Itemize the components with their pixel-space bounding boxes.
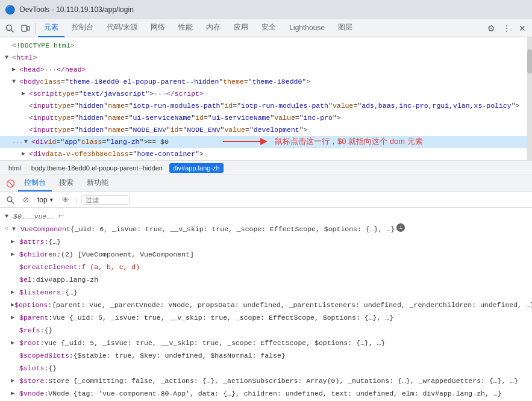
html-line-home-container[interactable]: ▶ <div data-v-0fe3bb86 class="home-conta… bbox=[0, 148, 532, 160]
console-line-createelement[interactable]: $createElement : f (a, b, c, d) bbox=[0, 261, 532, 273]
console-line-scopedslots[interactable]: $scopedSlots : {$stable: true, $key: und… bbox=[0, 349, 532, 362]
tab-console[interactable]: 控制台 bbox=[66, 19, 99, 37]
annotation-arrow-container: 鼠标点击这一行，$0 就指向这个 dom 元素 bbox=[223, 135, 423, 148]
html-line-app-div[interactable]: ... ▼ <div id="app" class="lang-zh"> == … bbox=[0, 136, 532, 148]
dollar-zero-var: $0.__vue__ bbox=[13, 211, 55, 222]
toggle-html[interactable]: ▼ bbox=[5, 52, 12, 63]
html-line-input1[interactable]: <input type="hidden" name="iotp-run-modu… bbox=[0, 100, 532, 112]
expand-children[interactable] bbox=[11, 249, 19, 260]
console-line-slots[interactable]: $slots : {} bbox=[0, 362, 532, 375]
tab-elements[interactable]: 元素 bbox=[38, 19, 64, 37]
toggle-app-div[interactable]: ▼ bbox=[24, 137, 31, 148]
settings-btn[interactable]: ⚙ bbox=[484, 21, 498, 36]
console-clear2-btn[interactable]: ⊘ bbox=[19, 193, 33, 207]
console-line-vuecomponent[interactable]: < VueComponent {_uid: 6, _isVue: true, _… bbox=[0, 223, 532, 235]
filter-separator: | bbox=[76, 196, 78, 204]
html-scrollbar[interactable] bbox=[527, 37, 532, 161]
prop-root-val: Vue {_uid: 5, _isVue: true, __v_skip: tr… bbox=[44, 337, 385, 349]
console-toolbar: 🚫 控制台 搜索 新功能 bbox=[0, 175, 532, 192]
html-line-input2[interactable]: <input type="hidden" name="ui-serviceNam… bbox=[0, 112, 532, 124]
script-close: "> bbox=[145, 89, 154, 99]
console-line-var[interactable]: $0.__vue__ ← bbox=[0, 210, 532, 223]
console-line-parent[interactable]: $parent : Vue {_uid: 5, _isVue: true, __… bbox=[0, 311, 532, 324]
toggle-script[interactable]: ▶ bbox=[22, 89, 29, 99]
console-line-attrs[interactable]: $attrs : {…} bbox=[0, 235, 532, 248]
console-filter-icon-btn[interactable] bbox=[4, 193, 17, 207]
toggle-body[interactable]: ▼ bbox=[12, 76, 19, 87]
breadcrumb-app[interactable]: div#app.lang-zh bbox=[169, 163, 224, 173]
prop-root-key: $root bbox=[19, 337, 40, 349]
prop-listeners-key: $listeners bbox=[19, 287, 61, 298]
console-tab-newfunc[interactable]: 新功能 bbox=[81, 175, 114, 191]
input1-type-attr: type bbox=[54, 101, 70, 111]
html-line-doctype[interactable]: <!DOCTYPE html> bbox=[0, 40, 532, 52]
tab-application[interactable]: 应用 bbox=[228, 19, 254, 37]
console-tab-search[interactable]: 搜索 bbox=[53, 175, 80, 191]
prop-attrs-val: {…} bbox=[48, 236, 61, 247]
prop-ce-key: $createElement bbox=[19, 261, 78, 273]
vuecomp-name: VueComponent bbox=[20, 223, 70, 235]
expand-root[interactable] bbox=[11, 337, 19, 349]
breadcrumb-body[interactable]: body.theme-18edd0.el-popup-parent--hidde… bbox=[28, 163, 166, 173]
script-eq: =" bbox=[75, 89, 83, 99]
body-eq2: =" bbox=[244, 76, 252, 87]
console-clear-btn[interactable]: 🚫 bbox=[4, 177, 17, 190]
tab-security[interactable]: 安全 bbox=[255, 19, 282, 37]
toolbar-separator-1 bbox=[35, 23, 36, 34]
annotation-arrow-svg bbox=[223, 135, 271, 148]
html-line-html[interactable]: ▼ <html> bbox=[0, 52, 532, 64]
toggle-head[interactable]: ▶ bbox=[12, 64, 19, 75]
console-content[interactable]: $0.__vue__ ← < VueComponent {_uid: 6, _i… bbox=[0, 208, 532, 401]
expand-vnode[interactable] bbox=[11, 388, 19, 399]
html-panel-wrapper: <!DOCTYPE html> ▼ <html> ▶ <head> ··· </… bbox=[0, 37, 532, 161]
tab-layers[interactable]: 图层 bbox=[332, 19, 358, 37]
console-line-options[interactable]: $options : {parent: Vue, _parentVnode: V… bbox=[0, 299, 532, 311]
prop-vnode-key: $vnode bbox=[19, 388, 44, 399]
expand-vuecomponent[interactable] bbox=[12, 223, 20, 235]
script-type-attr: type bbox=[58, 89, 75, 99]
script-type-val: text/javascript bbox=[83, 89, 146, 99]
html-line-body[interactable]: ▼ <body class =" theme-18edd0 el-popup-p… bbox=[0, 76, 532, 88]
console-filter-input[interactable] bbox=[81, 195, 130, 205]
prop-parent-key: $parent bbox=[19, 312, 48, 323]
console-line-vnode[interactable]: $vnode : VNode {tag: 'vue-component-80-A… bbox=[0, 387, 532, 400]
html-line-input3[interactable]: <input type="hidden" name="NODE_ENV" id=… bbox=[0, 124, 532, 136]
toggle-home-container[interactable]: ▶ bbox=[22, 149, 29, 160]
tab-network[interactable]: 网络 bbox=[145, 19, 171, 37]
prop-options-val: {parent: Vue, _parentVnode: VNode, props… bbox=[52, 299, 532, 311]
console-line-root[interactable]: $root : Vue {_uid: 5, _isVue: true, __v_… bbox=[0, 337, 532, 349]
console-line-listeners[interactable]: $listeners : {…} bbox=[0, 286, 532, 299]
prop-store-val: Store {_committing: false, _actions: {…}… bbox=[48, 375, 518, 387]
expand-store[interactable] bbox=[11, 375, 19, 387]
head-close: </head> bbox=[57, 64, 86, 75]
tab-performance[interactable]: 性能 bbox=[172, 19, 199, 37]
expand-attrs[interactable] bbox=[11, 236, 19, 247]
console-tab-console[interactable]: 控制台 bbox=[18, 175, 52, 191]
svg-line-1 bbox=[11, 30, 14, 32]
expand-parent[interactable] bbox=[11, 312, 19, 323]
tab-sources[interactable]: 代码/来源 bbox=[101, 19, 143, 37]
head-tag: <head> bbox=[19, 64, 44, 75]
close-devtools-btn[interactable]: ✕ bbox=[515, 21, 530, 36]
console-line-store[interactable]: $store : Store {_committing: false, _act… bbox=[0, 375, 532, 387]
breadcrumb-html[interactable]: html bbox=[5, 163, 25, 173]
body-close2: "> bbox=[302, 76, 310, 87]
more-btn[interactable]: ⋮ bbox=[499, 21, 514, 36]
device-mode-btn[interactable] bbox=[18, 21, 33, 36]
tab-lighthouse[interactable]: Lighthouse bbox=[283, 19, 331, 37]
annotation-text: 鼠标点击这一行，$0 就指向这个 dom 元素 bbox=[275, 136, 423, 147]
expand-listeners[interactable] bbox=[11, 287, 19, 298]
tab-memory[interactable]: 内存 bbox=[200, 19, 227, 37]
scope-dropdown[interactable]: top ▼ bbox=[35, 194, 57, 205]
dollar-zero-label: == $0 bbox=[148, 137, 169, 148]
console-line-children[interactable]: $children : (2) [VueComponent, VueCompon… bbox=[0, 248, 532, 261]
html-scroll-thumb[interactable] bbox=[527, 49, 532, 73]
inspect-icon-btn[interactable] bbox=[2, 21, 17, 36]
expand-var[interactable] bbox=[5, 211, 13, 222]
vuecomp-props: {_uid: 6, _isVue: true, __v_skip: true, … bbox=[70, 223, 395, 235]
eye-icon-btn[interactable]: 👁 bbox=[59, 193, 72, 207]
console-line-el[interactable]: $el : div#app.lang-zh bbox=[0, 273, 532, 286]
console-line-refs[interactable]: $refs : {} bbox=[0, 324, 532, 337]
html-line-script[interactable]: ▶ <script type =" text/javascript "> ···… bbox=[0, 88, 532, 100]
html-line-head[interactable]: ▶ <head> ··· </head> bbox=[0, 64, 532, 76]
